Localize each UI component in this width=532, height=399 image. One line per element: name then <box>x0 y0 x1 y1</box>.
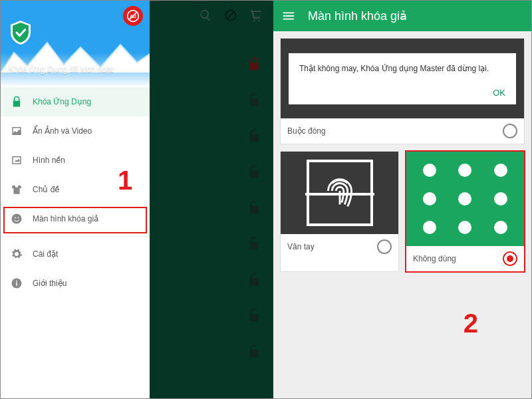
lock-icon <box>10 95 23 108</box>
fingerprint-graphic <box>307 160 373 226</box>
menu-label: Cài đặt <box>33 249 58 259</box>
screenshot-frame: AD Khóa Ứng Dụng đã kích hoạt Khóa Ứng D… <box>0 0 532 399</box>
dialog-message: Thật không may, Khóa Ứng dụng Master đã … <box>299 64 505 73</box>
annotation-number-2: 2 <box>464 309 478 338</box>
radio-unselected[interactable] <box>377 239 392 254</box>
tshirt-icon <box>10 183 23 196</box>
appbar-title: Màn hình khóa giả <box>308 9 407 23</box>
option-preview-crash-dialog: Thật không may, Khóa Ứng dụng Master đã … <box>281 39 524 118</box>
menu-separator <box>1 236 150 237</box>
option-none[interactable]: Không dùng <box>406 151 525 272</box>
svg-point-3 <box>12 214 22 224</box>
drawer-header: AD Khóa Ứng Dụng đã kích hoạt <box>1 1 150 87</box>
drawer-panel: AD Khóa Ứng Dụng đã kích hoạt Khóa Ứng D… <box>1 1 150 398</box>
menu-item-applock[interactable]: Khóa Ứng Dụng <box>1 87 150 116</box>
hamburger-icon[interactable] <box>281 9 296 23</box>
menu-item-settings[interactable]: Cài đặt <box>1 239 150 269</box>
options-content: Thật không may, Khóa Ứng dụng Master đã … <box>273 31 531 398</box>
menu-label: Hình nền <box>33 156 65 165</box>
option-footer: Không dùng <box>406 246 524 271</box>
menu-item-fake-lock[interactable]: Màn hình khóa giả <box>1 204 150 233</box>
appbar: Màn hình khóa giả <box>273 1 531 31</box>
drawer-header-title: Khóa Ứng Dụng đã kích hoạt <box>9 65 113 74</box>
crash-dialog: Thật không may, Khóa Ứng dụng Master đã … <box>289 53 516 104</box>
svg-point-4 <box>15 217 16 219</box>
dimmed-background-panel <box>150 1 273 398</box>
dim-overlay <box>150 1 273 398</box>
option-label: Buộc đóng <box>287 126 326 136</box>
options-row: Vân tay Không dùng <box>280 151 525 272</box>
option-footer: Vân tay <box>281 234 398 259</box>
radio-unselected[interactable] <box>503 124 517 138</box>
radio-selected[interactable] <box>503 251 517 266</box>
option-label: Không dùng <box>413 254 456 263</box>
fake-lock-screen-panel: Màn hình khóa giả Thật không may, Khóa Ứ… <box>273 1 531 398</box>
menu-item-hide-media[interactable]: Ẩn Ảnh và Video <box>1 116 150 146</box>
info-icon <box>10 277 23 290</box>
pattern-grid <box>412 156 519 242</box>
option-preview-pattern <box>406 152 524 246</box>
option-fingerprint[interactable]: Vân tay <box>280 151 399 272</box>
option-label: Vân tay <box>287 242 315 251</box>
svg-point-8 <box>16 281 17 282</box>
menu-item-about[interactable]: Giới thiệu <box>1 269 150 298</box>
menu-label: Ẩn Ảnh và Video <box>33 126 92 136</box>
menu-label: Chủ đề <box>33 185 59 194</box>
svg-point-5 <box>17 217 19 219</box>
dialog-ok-button[interactable]: OK <box>299 88 505 98</box>
no-ads-icon: AD <box>126 9 140 23</box>
no-ads-badge[interactable]: AD <box>123 6 143 26</box>
menu-label: Màn hình khóa giả <box>33 214 98 223</box>
menu-label: Khóa Ứng Dụng <box>33 97 91 106</box>
option-footer: Buộc đóng <box>281 118 524 144</box>
svg-rect-7 <box>16 283 17 286</box>
option-force-close[interactable]: Thật không may, Khóa Ứng dụng Master đã … <box>280 38 525 144</box>
smiley-icon <box>10 212 23 225</box>
option-preview-fingerprint <box>281 152 398 234</box>
annotation-number-1: 1 <box>118 166 132 196</box>
gear-icon <box>10 247 23 261</box>
wallpaper-icon <box>10 154 23 167</box>
image-icon <box>10 124 23 138</box>
menu-label: Giới thiệu <box>33 279 66 288</box>
shield-icon <box>9 19 33 46</box>
